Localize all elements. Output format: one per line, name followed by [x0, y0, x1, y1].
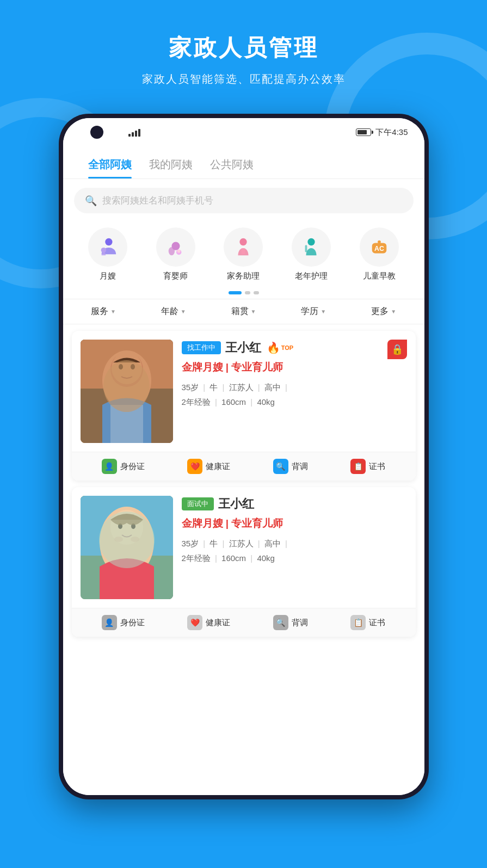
category-jiawu[interactable]: 家务助理 — [224, 227, 263, 281]
pagination-dots — [63, 287, 424, 299]
signal-bars — [128, 128, 140, 137]
filter-origin[interactable]: 籍贯 ▼ — [231, 306, 256, 317]
cred-1-cert: 📋 证书 — [350, 459, 385, 474]
filter-service[interactable]: 服务 ▼ — [91, 306, 116, 317]
card-1-photo — [81, 340, 173, 443]
svg-point-5 — [177, 250, 181, 253]
card-1-top-badge: 🔥 TOP — [267, 341, 293, 354]
svg-point-6 — [240, 238, 247, 245]
cred-2-id: 👤 身份证 — [102, 615, 145, 630]
card-1-name: 王小红 🔥 TOP — [225, 340, 294, 356]
signal-bar-3 — [135, 131, 137, 137]
svg-point-27 — [131, 524, 135, 529]
signal-bar-2 — [132, 132, 134, 137]
cred-2-cert: 📋 证书 — [350, 615, 385, 630]
cert-icon-1: 📋 — [350, 459, 366, 474]
cred-1-bg: 🔍 背调 — [273, 459, 308, 474]
filter-age-arrow: ▼ — [181, 309, 186, 315]
category-yuyingshi[interactable]: 育婴师 — [156, 227, 195, 281]
category-laonian[interactable]: 老年护理 — [292, 227, 331, 281]
svg-point-0 — [105, 238, 112, 245]
card-1-header: 找工作中 王小红 🔥 TOP 🔒 — [182, 340, 407, 356]
tab-all-aunties[interactable]: 全部阿姨 — [79, 153, 140, 178]
ertong-label: 儿童早教 — [363, 271, 396, 281]
filter-education[interactable]: 学历 ▼ — [301, 306, 326, 317]
filter-more-arrow: ▼ — [391, 309, 396, 315]
search-icon: 🔍 — [85, 195, 97, 207]
cred-2-bg: 🔍 背调 — [273, 615, 308, 630]
svg-rect-7 — [242, 248, 246, 254]
tab-public-aunties[interactable]: 公共阿姨 — [201, 153, 262, 178]
card-1-credentials: 👤 身份证 ❤️ 健康证 🔍 背调 📋 证 — [72, 452, 416, 481]
id-icon-2: 👤 — [102, 615, 117, 630]
svg-point-3 — [168, 247, 174, 255]
svg-rect-9 — [305, 245, 307, 252]
search-bar[interactable]: 🔍 搜索阿姨姓名和阿姨手机号 — [74, 188, 414, 213]
card-2-header: 面试中 王小红 — [182, 496, 407, 512]
status-time: 下午4:35 — [375, 127, 408, 138]
yunsao-label: 月嫂 — [100, 271, 116, 281]
jiawu-icon — [224, 227, 263, 267]
card-2-details: 35岁 | 牛 | 江苏人 | 高中 | 2年经验 | — [182, 536, 407, 565]
yuyingshi-icon — [156, 227, 195, 267]
filter-age[interactable]: 年龄 ▼ — [161, 306, 186, 317]
status-left — [128, 128, 140, 137]
laonian-label: 老年护理 — [295, 271, 328, 281]
jiawu-label: 家务助理 — [227, 271, 260, 281]
svg-point-29 — [131, 537, 139, 542]
svg-point-18 — [112, 352, 142, 384]
card-1-lock-badge: 🔒 — [387, 340, 407, 359]
svg-rect-22 — [81, 496, 173, 556]
dot-3 — [254, 291, 259, 294]
card-2-photo — [81, 496, 173, 599]
bg-icon-2: 🔍 — [273, 615, 288, 630]
ertong-icon: AC — [360, 227, 399, 267]
page-header: 家政人员管理 家政人员智能筛选、匹配提高办公效率 — [0, 0, 487, 103]
app-content: 全部阿姨 我的阿姨 公共阿姨 🔍 搜索阿姨姓名和阿姨手机号 — [63, 146, 424, 795]
page-title: 家政人员管理 — [11, 33, 476, 63]
yuyingshi-label: 育婴师 — [163, 271, 188, 281]
phone-screen: 下午4:35 全部阿姨 我的阿姨 公共阿姨 — [63, 118, 424, 795]
card-1-info: 找工作中 王小红 🔥 TOP 🔒 金牌月嫂 | — [182, 340, 407, 443]
card-2-info: 面试中 王小红 金牌月嫂 | 专业育儿师 35岁 | 牛 | 江苏人 | — [182, 496, 407, 599]
cred-1-id: 👤 身份证 — [102, 459, 145, 474]
person-card-2[interactable]: 面试中 王小红 金牌月嫂 | 专业育儿师 35岁 | 牛 | 江苏人 | — [72, 487, 416, 637]
card-2-status-badge: 面试中 — [182, 497, 214, 510]
laonian-icon — [292, 227, 331, 267]
filter-bar: 服务 ▼ 年龄 ▼ 籍贯 ▼ 学历 ▼ — [63, 299, 424, 324]
card-2-photo-img — [81, 496, 173, 599]
svg-point-25 — [110, 510, 143, 545]
phone-mockup: 下午4:35 全部阿姨 我的阿姨 公共阿姨 — [0, 114, 487, 799]
phone-frame: 下午4:35 全部阿姨 我的阿姨 公共阿姨 — [59, 114, 429, 799]
category-yunsao[interactable]: 月嫂 — [88, 227, 127, 281]
id-icon-1: 👤 — [102, 459, 117, 474]
svg-point-8 — [308, 238, 315, 245]
cert-icon-2: 📋 — [350, 615, 366, 630]
status-right: 下午4:35 — [356, 127, 408, 138]
cred-1-health: ❤️ 健康证 — [187, 459, 230, 474]
card-2-main: 面试中 王小红 金牌月嫂 | 专业育儿师 35岁 | 牛 | 江苏人 | — [72, 487, 416, 608]
category-ertong[interactable]: AC 儿童早教 — [360, 227, 399, 281]
dot-2 — [245, 291, 250, 294]
yunsao-icon — [88, 227, 127, 267]
svg-rect-14 — [81, 340, 173, 389]
search-placeholder: 搜索阿姨姓名和阿姨手机号 — [102, 194, 213, 207]
person-card-1[interactable]: 找工作中 王小红 🔥 TOP 🔒 金牌月嫂 | — [72, 331, 416, 481]
svg-point-20 — [131, 364, 135, 370]
svg-point-26 — [118, 524, 122, 529]
svg-point-12 — [378, 241, 381, 244]
page-subtitle: 家政人员智能筛选、匹配提高办公效率 — [11, 72, 476, 87]
tab-bar: 全部阿姨 我的阿姨 公共阿姨 — [63, 146, 424, 179]
filter-more[interactable]: 更多 ▼ — [371, 306, 396, 317]
card-1-title: 金牌月嫂 | 专业育儿师 — [182, 360, 407, 374]
battery-indicator — [356, 128, 371, 136]
card-1-status-badge: 找工作中 — [182, 341, 221, 354]
status-bar: 下午4:35 — [63, 118, 424, 146]
tab-my-aunties[interactable]: 我的阿姨 — [140, 153, 201, 178]
svg-point-28 — [114, 537, 123, 542]
top-label: TOP — [281, 344, 293, 351]
card-2-title: 金牌月嫂 | 专业育儿师 — [182, 516, 407, 531]
card-2-name: 王小红 — [218, 496, 254, 512]
cred-2-health: ❤️ 健康证 — [187, 615, 230, 630]
health-icon-2: ❤️ — [187, 615, 202, 630]
